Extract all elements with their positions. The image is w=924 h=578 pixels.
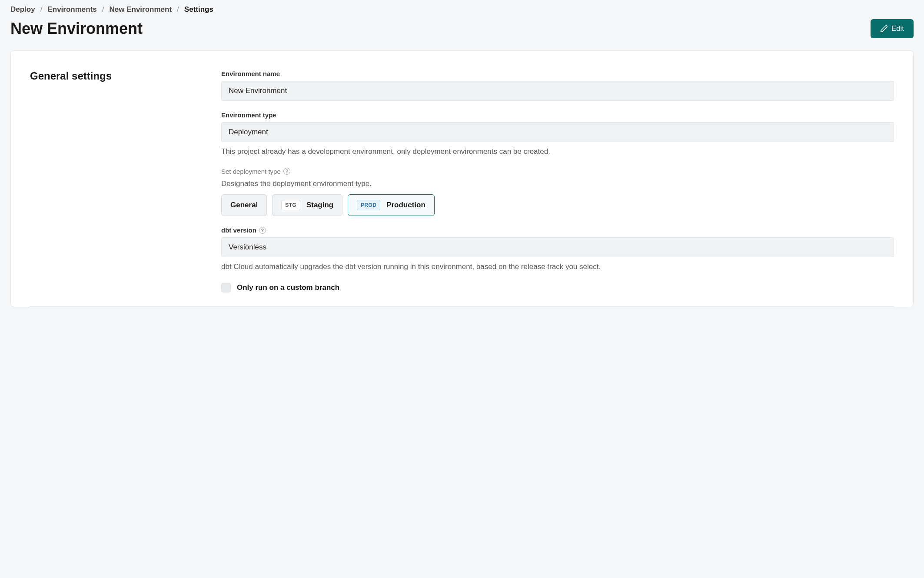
field-environment-type: Environment type Deployment This project… bbox=[221, 111, 894, 157]
label-custom-branch: Only run on a custom branch bbox=[237, 283, 339, 292]
deployment-type-general[interactable]: General bbox=[221, 194, 267, 216]
breadcrumb-separator: / bbox=[102, 5, 104, 14]
badge-stg: STG bbox=[281, 200, 300, 210]
settings-card: General settings Environment name New En… bbox=[10, 50, 914, 307]
breadcrumb-environments[interactable]: Environments bbox=[47, 5, 96, 14]
breadcrumb-settings: Settings bbox=[184, 5, 213, 14]
desc-environment-type: This project already has a development e… bbox=[221, 146, 894, 157]
field-environment-name: Environment name New Environment bbox=[221, 70, 894, 101]
breadcrumb-separator: / bbox=[177, 5, 179, 14]
section-title-general: General settings bbox=[30, 70, 186, 82]
breadcrumb: Deploy / Environments / New Environment … bbox=[10, 5, 914, 14]
deployment-type-label: General bbox=[230, 201, 258, 209]
input-environment-type: Deployment bbox=[221, 122, 894, 142]
deployment-type-label: Production bbox=[386, 201, 425, 209]
label-dbt-version: dbt version ? bbox=[221, 226, 894, 234]
section-divider bbox=[30, 306, 894, 307]
field-deployment-type: Set deployment type ? Designates the dep… bbox=[221, 168, 894, 216]
desc-deployment-type: Designates the deployment environment ty… bbox=[221, 179, 894, 189]
input-dbt-version: Versionless bbox=[221, 237, 894, 257]
help-icon[interactable]: ? bbox=[259, 227, 266, 234]
help-icon[interactable]: ? bbox=[283, 168, 290, 175]
label-deployment-type: Set deployment type ? bbox=[221, 168, 894, 175]
field-custom-branch: Only run on a custom branch bbox=[221, 283, 894, 292]
deployment-type-staging[interactable]: STG Staging bbox=[272, 194, 342, 216]
badge-prod: PROD bbox=[357, 200, 380, 210]
label-environment-type: Environment type bbox=[221, 111, 894, 119]
desc-dbt-version: dbt Cloud automatically upgrades the dbt… bbox=[221, 262, 894, 272]
deployment-type-options: General STG Staging PROD Production bbox=[221, 194, 894, 216]
pencil-icon bbox=[880, 25, 888, 33]
checkbox-custom-branch[interactable] bbox=[221, 283, 231, 292]
deployment-type-production[interactable]: PROD Production bbox=[348, 194, 435, 216]
input-environment-name: New Environment bbox=[221, 81, 894, 101]
page-title: New Environment bbox=[10, 20, 143, 38]
label-environment-name: Environment name bbox=[221, 70, 894, 77]
edit-button[interactable]: Edit bbox=[871, 19, 914, 38]
edit-button-label: Edit bbox=[891, 24, 904, 33]
deployment-type-label: Staging bbox=[306, 201, 333, 209]
field-dbt-version: dbt version ? Versionless dbt Cloud auto… bbox=[221, 226, 894, 272]
breadcrumb-deploy[interactable]: Deploy bbox=[10, 5, 35, 14]
general-settings-section: General settings Environment name New En… bbox=[30, 70, 894, 306]
breadcrumb-separator: / bbox=[40, 5, 43, 14]
breadcrumb-new-environment[interactable]: New Environment bbox=[110, 5, 172, 14]
